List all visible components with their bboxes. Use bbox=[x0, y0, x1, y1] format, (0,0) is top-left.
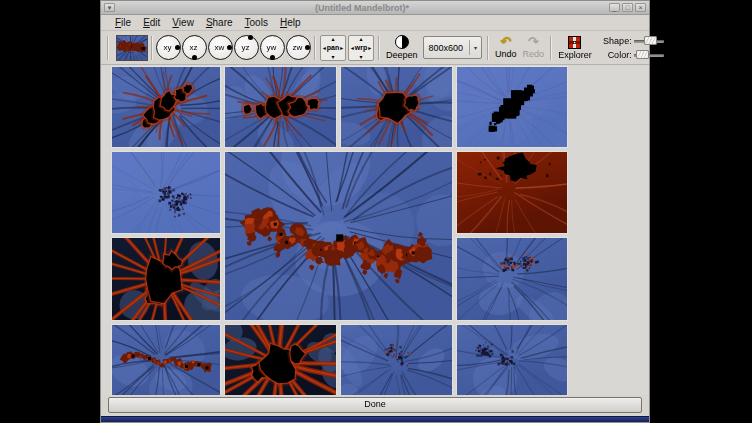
mutation-tile-bottom-3-canvas bbox=[341, 325, 452, 395]
pan-down-icon: ▾ bbox=[331, 54, 334, 60]
toolbar-separator bbox=[378, 36, 380, 60]
plane-button-label: yz bbox=[235, 43, 256, 52]
shape-slider-handle[interactable] bbox=[644, 36, 657, 45]
toolbar-separator bbox=[314, 36, 316, 60]
mutation-tile-top-4[interactable] bbox=[456, 66, 568, 148]
mutation-tile-left-1[interactable] bbox=[111, 151, 221, 234]
window-title: (Untitled Mandelbrot)* bbox=[116, 3, 608, 13]
mutation-tile-bottom-2[interactable] bbox=[224, 324, 337, 395]
plane-button-label: xz bbox=[183, 43, 204, 52]
plane-button-label: yw bbox=[261, 43, 282, 52]
plane-button-yz[interactable]: yz bbox=[234, 35, 259, 60]
redo-button[interactable]: ↷ Redo bbox=[520, 36, 548, 59]
mutation-tile-top-1-canvas bbox=[112, 67, 220, 147]
close-button[interactable]: × bbox=[635, 3, 646, 12]
mutation-tile-right-2[interactable] bbox=[456, 237, 568, 321]
mutation-tile-left-2-canvas bbox=[112, 238, 220, 320]
menu-view[interactable]: View bbox=[166, 16, 200, 30]
explorer-grid-area bbox=[101, 65, 649, 395]
pan-right-icon: ▸ bbox=[340, 44, 343, 52]
undo-button[interactable]: ↶ Undo bbox=[492, 36, 520, 59]
minimize-button[interactable]: _ bbox=[609, 3, 620, 12]
color-label: Color: bbox=[597, 50, 634, 60]
mutation-tile-bottom-4[interactable] bbox=[456, 324, 568, 395]
redo-label: Redo bbox=[523, 49, 545, 59]
pan-label: pan bbox=[327, 44, 339, 52]
titlebar: ▾ (Untitled Mandelbrot)* _ □ × bbox=[101, 1, 649, 15]
redo-icon: ↷ bbox=[528, 36, 539, 48]
warp-left-icon: ◂ bbox=[351, 44, 354, 52]
mutation-tile-bottom-3[interactable] bbox=[340, 324, 453, 395]
color-slider[interactable] bbox=[634, 50, 664, 60]
gnofract4d-window: ▾ (Untitled Mandelbrot)* _ □ × FileEditV… bbox=[100, 0, 650, 423]
shape-label: Shape: bbox=[597, 36, 634, 46]
toolbar-separator bbox=[107, 36, 109, 60]
warp-label: wrp bbox=[355, 44, 367, 52]
toolbar-separator bbox=[550, 36, 552, 60]
color-slider-handle[interactable] bbox=[636, 50, 649, 59]
plane-dot-icon bbox=[227, 45, 232, 50]
plane-button-xy[interactable]: xy bbox=[156, 35, 181, 60]
menu-tools[interactable]: Tools bbox=[239, 16, 274, 30]
pan-control[interactable]: ▴ ◂ pan ▸ ▾ bbox=[320, 35, 346, 61]
plane-buttons: xyxzxwyzywzw bbox=[156, 35, 311, 60]
menu-file[interactable]: File bbox=[109, 16, 137, 30]
shape-slider[interactable] bbox=[634, 36, 664, 46]
menu-edit[interactable]: Edit bbox=[137, 16, 166, 30]
maximize-button[interactable]: □ bbox=[622, 3, 633, 12]
pan-up-icon: ▴ bbox=[331, 36, 334, 42]
plane-dot-icon bbox=[305, 45, 310, 50]
plane-dot-icon bbox=[175, 45, 180, 50]
explorer-icon bbox=[568, 36, 581, 49]
warp-control[interactable]: ▴ ◂ wrp ▸ ▾ bbox=[348, 35, 374, 61]
explorer-toggle-button[interactable]: Explorer bbox=[555, 36, 595, 60]
plane-button-yw[interactable]: yw bbox=[260, 35, 285, 60]
resolution-select[interactable]: 800x600 ▾ bbox=[423, 36, 483, 59]
warp-up-icon: ▴ bbox=[359, 36, 362, 42]
toolbar-separator bbox=[487, 36, 489, 60]
mutation-tile-bottom-2-canvas bbox=[225, 325, 336, 395]
mutation-tile-left-1-canvas bbox=[112, 152, 220, 233]
menu-share[interactable]: Share bbox=[200, 16, 239, 30]
plane-dot-icon bbox=[248, 35, 253, 40]
fractal-preview-canvas bbox=[117, 36, 147, 60]
undo-icon: ↶ bbox=[500, 36, 511, 48]
toolbar-separator bbox=[151, 36, 153, 60]
plane-button-xw[interactable]: xw bbox=[208, 35, 233, 60]
explorer-label: Explorer bbox=[558, 50, 592, 60]
plane-button-zw[interactable]: zw bbox=[286, 35, 311, 60]
undo-label: Undo bbox=[495, 49, 517, 59]
weirdness-sliders: Shape: 61.3 Color: 11.8 bbox=[597, 35, 689, 61]
mutation-tile-right-1[interactable] bbox=[456, 151, 568, 234]
menubar: FileEditViewShareToolsHelp bbox=[101, 15, 649, 31]
plane-dot-icon bbox=[192, 55, 197, 60]
done-button[interactable]: Done bbox=[108, 397, 642, 413]
mutation-tile-top-4-canvas bbox=[457, 67, 567, 147]
main-fractal-canvas bbox=[225, 152, 452, 320]
plane-button-xz[interactable]: xz bbox=[182, 35, 207, 60]
mutation-tile-top-1[interactable] bbox=[111, 66, 221, 148]
mutation-tile-left-2[interactable] bbox=[111, 237, 221, 321]
chevron-down-icon: ▾ bbox=[470, 44, 481, 51]
main-fractal-view[interactable] bbox=[224, 151, 453, 321]
deepen-label: Deepen bbox=[386, 50, 418, 60]
mutation-tile-top-3[interactable] bbox=[340, 66, 453, 148]
window-menu-button[interactable]: ▾ bbox=[104, 3, 115, 12]
mutation-tile-bottom-1-canvas bbox=[112, 325, 220, 395]
deepen-icon bbox=[395, 35, 409, 49]
warp-right-icon: ▸ bbox=[368, 44, 371, 52]
fractal-preview-thumbnail bbox=[116, 35, 148, 61]
pan-left-icon: ◂ bbox=[323, 44, 326, 52]
explorer-grid bbox=[111, 66, 568, 395]
deepen-button[interactable]: Deepen bbox=[383, 35, 421, 60]
resolution-value: 800x600 bbox=[424, 43, 470, 53]
shape-value: 61.3 bbox=[664, 36, 689, 46]
toolbar: xyxzxwyzywzw ▴ ◂ pan ▸ ▾ ▴ ◂ wrp ▸ ▾ Dee… bbox=[101, 31, 649, 65]
mutation-tile-top-2[interactable] bbox=[224, 66, 337, 148]
mutation-tile-top-3-canvas bbox=[341, 67, 452, 147]
plane-dot-icon bbox=[270, 55, 275, 60]
progress-strip bbox=[101, 416, 649, 422]
mutation-tile-bottom-1[interactable] bbox=[111, 324, 221, 395]
warp-down-icon: ▾ bbox=[359, 54, 362, 60]
menu-help[interactable]: Help bbox=[274, 16, 307, 30]
